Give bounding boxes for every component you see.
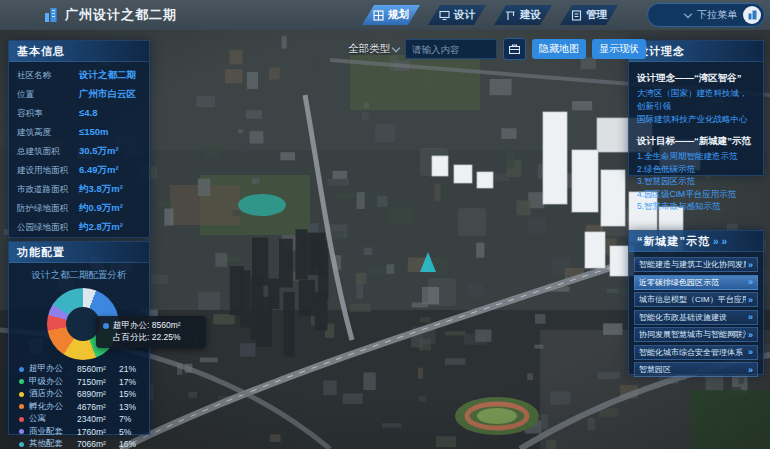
goal-heading: 设计目标——“新城建”示范 bbox=[637, 135, 755, 148]
info-label: 公园绿地面积 bbox=[17, 222, 79, 234]
user-avatar[interactable] bbox=[743, 6, 761, 24]
building-logo-icon bbox=[44, 7, 59, 23]
legend-value: 8560m² bbox=[77, 364, 119, 374]
info-label: 市政道路面积 bbox=[17, 184, 79, 196]
arrow-icon: » bbox=[748, 312, 753, 322]
arrow-icon: » bbox=[748, 347, 753, 357]
dropdown-label: 下拉菜单 bbox=[697, 8, 737, 22]
tooltip-percent: 占百分比: 22.25% bbox=[113, 332, 181, 344]
legend-percent: 7% bbox=[119, 414, 131, 424]
legend-value: 7150m² bbox=[77, 377, 119, 387]
panel-title: “新城建”示范 bbox=[637, 234, 710, 249]
panel-title: 基本信息 bbox=[17, 44, 65, 59]
legend-item[interactable]: 孵化办公 4676m² 13% bbox=[19, 401, 141, 414]
demo-item[interactable]: 智能建造与建筑工业化协同发展 » bbox=[634, 257, 758, 272]
demo-item[interactable]: 智慧园区 » bbox=[634, 362, 758, 377]
info-label: 容积率 bbox=[17, 108, 79, 120]
legend-label: 孵化办公 bbox=[29, 401, 77, 413]
tab-label: 规划 bbox=[388, 8, 409, 22]
demo-item-label: 智能化市政基础设施建设 bbox=[639, 312, 727, 323]
smart-city-dashboard: 广州设计之都二期 规划 设计 bbox=[0, 0, 770, 449]
brand: 广州设计之都二期 bbox=[44, 6, 177, 24]
tab-planning[interactable]: 规划 bbox=[362, 5, 420, 25]
pond bbox=[238, 194, 286, 216]
info-label: 位置 bbox=[17, 89, 79, 101]
info-label: 社区名称 bbox=[17, 70, 79, 82]
construction-icon bbox=[505, 10, 516, 21]
legend-label: 甲级办公 bbox=[29, 376, 77, 388]
tab-label: 管理 bbox=[586, 8, 607, 22]
demo-item-label: 城市信息模型（CIM）平台应用 bbox=[639, 294, 746, 305]
legend-percent: 17% bbox=[119, 377, 136, 387]
goal-item: 3.智慧园区示范 bbox=[637, 175, 755, 188]
legend-label: 超甲办公 bbox=[29, 363, 77, 375]
basic-info-panel: 基本信息 社区名称 设计之都二期 位置 广州市白云区 容积率 ≤4.8 建筑高度… bbox=[8, 40, 150, 238]
legend-label: 酒店办公 bbox=[29, 388, 77, 400]
design-concept-header: 设计理念 bbox=[629, 41, 763, 62]
chart-legend: 超甲办公 8560m² 21% 甲级办公 7150m² 17% 酒店办公 689… bbox=[9, 360, 149, 449]
legend-item[interactable]: 酒店办公 6890m² 15% bbox=[19, 388, 141, 401]
tab-management[interactable]: 管理 bbox=[560, 5, 618, 25]
tooltip-series: 超甲办公: 8560m² bbox=[113, 320, 181, 332]
legend-item[interactable]: 其他配套 7066m² 16% bbox=[19, 438, 141, 449]
info-label: 建设用地面积 bbox=[17, 165, 79, 177]
legend-item[interactable]: 公寓 2340m² 7% bbox=[19, 413, 141, 426]
demo-item[interactable]: 智能化市政基础设施建设 » bbox=[634, 310, 758, 325]
chevron-down-icon bbox=[392, 44, 400, 52]
double-arrow-icon: » bbox=[722, 236, 728, 247]
hide-map-button[interactable]: 隐藏地图 bbox=[532, 39, 586, 59]
show-status-button[interactable]: 显示现状 bbox=[592, 39, 646, 59]
info-row: 位置 广州市白云区 bbox=[17, 88, 141, 107]
demo-panel-header: “新城建”示范 » » bbox=[629, 231, 763, 252]
goal-item: 1.全生命周期智能建造示范 bbox=[637, 150, 755, 163]
demo-item-label: 智能建造与建筑工业化协同发展 bbox=[639, 259, 746, 270]
demo-item[interactable]: 智能化城市综合安全管理体系 » bbox=[634, 345, 758, 360]
chart-tooltip: 超甲办公: 8560m² 占百分比: 22.25% bbox=[96, 316, 206, 348]
info-row: 容积率 ≤4.8 bbox=[17, 107, 141, 126]
tab-label: 建设 bbox=[520, 8, 541, 22]
legend-percent: 16% bbox=[119, 439, 136, 449]
legend-item[interactable]: 甲级办公 7150m² 17% bbox=[19, 376, 141, 389]
toolbox-icon bbox=[509, 44, 520, 54]
info-value: ≤4.8 bbox=[79, 107, 97, 118]
demo-item-active[interactable]: 近零碳排绿色园区示范 » bbox=[634, 275, 758, 290]
design-concept-body: 设计理念——“湾区智谷” 大湾区（国家）建造科技城，创新引领 国际建筑科技产业化… bbox=[629, 62, 763, 219]
main-nav: 规划 设计 建设 bbox=[362, 5, 618, 25]
info-row: 社区名称 设计之都二期 bbox=[17, 69, 141, 88]
goal-item: 2.绿色低碳示范 bbox=[637, 163, 755, 176]
tab-construction[interactable]: 建设 bbox=[494, 5, 552, 25]
arrow-icon: » bbox=[748, 277, 753, 287]
basic-info-header: 基本信息 bbox=[9, 41, 149, 62]
demo-item-list: 智能建造与建筑工业化协同发展 » 近零碳排绿色园区示范 » 城市信息模型（CIM… bbox=[629, 252, 763, 377]
top-bar: 广州设计之都二期 规划 设计 bbox=[0, 0, 770, 30]
info-row: 建筑高度 ≤150m bbox=[17, 126, 141, 145]
double-arrow-icon: » bbox=[713, 236, 719, 247]
info-value: 约2.8万m² bbox=[79, 221, 123, 234]
info-value: 约0.9万m² bbox=[79, 202, 123, 215]
search-input[interactable] bbox=[405, 39, 497, 59]
demo-item[interactable]: 城市信息模型（CIM）平台应用 » bbox=[634, 292, 758, 307]
info-label: 总建筑面积 bbox=[17, 146, 79, 158]
legend-item[interactable]: 超甲办公 8560m² 21% bbox=[19, 363, 141, 376]
info-label: 防护绿地面积 bbox=[17, 203, 79, 215]
demo-item-label: 智能化城市综合安全管理体系 bbox=[639, 347, 743, 358]
user-dropdown[interactable]: 下拉菜单 bbox=[647, 3, 765, 27]
legend-label: 公寓 bbox=[29, 413, 77, 425]
demo-item-label: 近零碳排绿色园区示范 bbox=[639, 277, 719, 288]
legend-value: 2340m² bbox=[77, 414, 119, 424]
function-config-header: 功能配置 bbox=[9, 242, 149, 263]
demo-item[interactable]: 协同发展智慧城市与智能网联汽车 » bbox=[634, 327, 758, 342]
map-toolbar: 全部类型 隐藏地图 显示现状 bbox=[348, 38, 646, 60]
info-value: 30.5万m² bbox=[79, 145, 119, 158]
type-filter-dropdown[interactable]: 全部类型 bbox=[348, 42, 399, 56]
demo-item-label: 协同发展智慧城市与智能网联汽车 bbox=[639, 329, 746, 340]
legend-label: 其他配套 bbox=[29, 438, 77, 449]
legend-percent: 21% bbox=[119, 364, 136, 374]
legend-percent: 13% bbox=[119, 402, 136, 412]
legend-item[interactable]: 商业配套 1760m² 5% bbox=[19, 426, 141, 439]
info-value: 约3.8万m² bbox=[79, 183, 123, 196]
toolbox-button[interactable] bbox=[503, 38, 526, 60]
legend-value: 1760m² bbox=[77, 427, 119, 437]
tab-design[interactable]: 设计 bbox=[428, 5, 486, 25]
demo-panel: “新城建”示范 » » 智能建造与建筑工业化协同发展 » 近零碳排绿色园区示范 … bbox=[628, 230, 764, 375]
